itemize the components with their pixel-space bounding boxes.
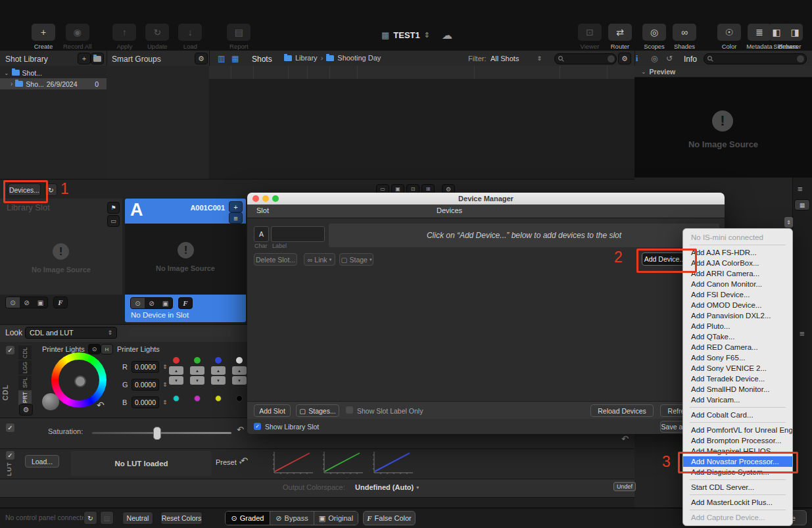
- toolbar-button[interactable]: ↻ Update: [144, 24, 170, 50]
- graded-segment[interactable]: ⊙Graded: [226, 512, 270, 525]
- menu-item[interactable]: [690, 494, 786, 495]
- devices-button[interactable]: Devices...: [8, 183, 41, 196]
- slot-add-button[interactable]: +: [229, 201, 243, 212]
- menu-item[interactable]: Start CDL Server...: [683, 482, 792, 492]
- pin-button[interactable]: ⚑: [107, 202, 120, 214]
- toolbar-button[interactable]: ◉ Record All: [63, 24, 91, 50]
- menu-item[interactable]: Add Capture Device...: [683, 512, 792, 523]
- increase-button[interactable]: ▲: [169, 366, 183, 375]
- decrease-button[interactable]: ▼: [211, 376, 226, 385]
- sidebar-stepper[interactable]: ⇕: [784, 217, 793, 228]
- increase-button[interactable]: ▲: [232, 366, 247, 375]
- slot-options-button[interactable]: ≡: [229, 212, 243, 224]
- cdl-tab[interactable]: LGG: [18, 360, 32, 375]
- link-button[interactable]: ∞Link▾: [304, 253, 335, 266]
- saturation-slider-handle[interactable]: [153, 427, 161, 440]
- lut-preset-dropdown[interactable]: Preset ▾: [216, 458, 242, 466]
- original-segment[interactable]: ▣Original: [314, 512, 358, 525]
- increase-button[interactable]: ▲: [190, 366, 204, 375]
- add-slot-button[interactable]: Add Slot: [254, 404, 291, 417]
- reload-devices-button[interactable]: Reload Devices: [590, 404, 654, 417]
- original-icon[interactable]: ▣: [158, 298, 172, 308]
- new-folder-button[interactable]: [91, 53, 104, 64]
- search-clear-icon[interactable]: [608, 55, 615, 62]
- share-icon[interactable]: ◎: [651, 54, 657, 63]
- toolbar-button[interactable]: ▤ Report: [226, 24, 252, 50]
- breadcrumb-library[interactable]: Library: [295, 54, 318, 62]
- cdl-tab[interactable]: SPL: [18, 375, 32, 390]
- maximize-icon[interactable]: [272, 195, 279, 202]
- look-mode-dropdown[interactable]: CDL and LUT ⇕: [25, 327, 117, 339]
- menu-item[interactable]: Add Disguise System...: [683, 467, 792, 477]
- add-device-button[interactable]: Add Device...: [642, 252, 688, 266]
- info-search-input[interactable]: [704, 53, 807, 64]
- false-color-button[interactable]: F False Color: [363, 511, 416, 525]
- menu-item[interactable]: Add OMOD Device...: [683, 300, 792, 310]
- menu-item[interactable]: Add Novastar Processor...: [683, 456, 792, 467]
- slot-char-field[interactable]: A: [254, 226, 269, 242]
- panel-save-button[interactable]: ▤: [100, 511, 114, 525]
- tree-item-shot-parent[interactable]: ⌄ Shot...: [0, 67, 107, 78]
- library-slot[interactable]: Library Slot ⚑ ▭ ! No Image Source: [0, 199, 122, 295]
- saturation-slider-track[interactable]: [92, 432, 231, 434]
- shots-gear-button[interactable]: ⚙: [618, 53, 631, 64]
- saturation-enabled-checkbox[interactable]: ✓: [6, 423, 14, 432]
- refresh-panel-button[interactable]: ↻: [84, 511, 97, 525]
- undo-icon[interactable]: ↶: [237, 425, 244, 435]
- slot-label-field[interactable]: [271, 226, 325, 242]
- menu-item[interactable]: [690, 479, 786, 480]
- toolbar-button[interactable]: ⊡ Viewer: [577, 24, 603, 50]
- undo-icon[interactable]: ↶: [241, 456, 248, 466]
- refresh-devices-button[interactable]: ↻: [45, 183, 57, 196]
- cdl-tab[interactable]: CDL: [18, 345, 32, 360]
- shots-search-input[interactable]: [554, 53, 617, 64]
- toolbar-button[interactable]: ☉ Color: [716, 24, 742, 50]
- toolbar-button[interactable]: ↓ Load: [177, 24, 203, 50]
- master-knob[interactable]: [42, 393, 59, 410]
- grade-mode-segment[interactable]: ⊙ ⊘ ▣: [130, 297, 173, 309]
- column-header[interactable]: [475, 66, 560, 79]
- smart-groups-gear-button[interactable]: ⚙: [195, 53, 208, 64]
- wheel-mode-graded-button[interactable]: ⊙: [88, 344, 101, 354]
- increase-button[interactable]: ▲: [211, 366, 226, 375]
- false-color-toggle[interactable]: F: [178, 297, 193, 309]
- project-switcher[interactable]: ▦ TEST1 ⇕ ☁: [381, 29, 452, 41]
- menu-item[interactable]: Add Megapixel HELIOS...: [683, 446, 792, 456]
- filter-dropdown[interactable]: All Shots ⇕: [488, 53, 544, 64]
- toolbar-button[interactable]: ⇄ Router: [607, 24, 633, 50]
- caret-right-icon[interactable]: ›: [11, 80, 12, 87]
- show-library-slot-checkbox[interactable]: ✓: [254, 423, 261, 430]
- menu-item[interactable]: Add Pluto...: [683, 321, 792, 331]
- column-header[interactable]: [358, 66, 475, 79]
- menu-item[interactable]: Add Sony VENICE 2...: [683, 363, 792, 373]
- stage-button[interactable]: ▢Stage▾: [339, 253, 373, 266]
- channel-value-field[interactable]: 0.0000: [131, 361, 159, 373]
- cdl-gear-button[interactable]: ⚙: [19, 404, 33, 416]
- view-mode-table-icon[interactable]: ▦: [231, 54, 239, 63]
- preview-section-header[interactable]: ⌄ Preview: [634, 66, 812, 78]
- menu-item[interactable]: Add PomfortVL for Unreal Engine...: [683, 425, 792, 435]
- sidebar-view-button[interactable]: ▦: [794, 199, 810, 210]
- output-colorspace-dropdown[interactable]: Undefined (Auto) ▾: [355, 483, 419, 491]
- cdl-tab[interactable]: PRT: [18, 390, 32, 405]
- column-header[interactable]: [308, 66, 330, 79]
- bypass-icon[interactable]: ⊘: [145, 298, 158, 308]
- search-clear-icon[interactable]: [797, 55, 804, 62]
- menu-item[interactable]: Add MasterLockit Plus...: [683, 497, 792, 508]
- menu-item[interactable]: [690, 422, 786, 423]
- channel-value-field[interactable]: 0.0000: [131, 396, 159, 408]
- menu-item[interactable]: Add Panavision DXL2...: [683, 310, 792, 321]
- decrease-button[interactable]: ▼: [232, 376, 247, 385]
- undo-icon[interactable]: ↶: [621, 434, 629, 444]
- menu-item[interactable]: Add Brompton Processor...: [683, 435, 792, 446]
- add-shot-group-button[interactable]: +: [78, 53, 91, 64]
- menu-item[interactable]: Add Sony F65...: [683, 352, 792, 363]
- lut-load-button[interactable]: Load...: [25, 455, 59, 468]
- undo-icon[interactable]: ↶: [97, 400, 105, 410]
- graded-icon[interactable]: ⊙: [6, 297, 20, 308]
- sidebar-menu-icon[interactable]: ≡: [798, 184, 803, 194]
- breadcrumb-shooting-day[interactable]: Shooting Day: [337, 54, 381, 62]
- toolbar-button[interactable]: + Create: [30, 24, 57, 50]
- menu-item[interactable]: [690, 245, 786, 245]
- menu-item[interactable]: Add Cobalt Card...: [683, 410, 792, 420]
